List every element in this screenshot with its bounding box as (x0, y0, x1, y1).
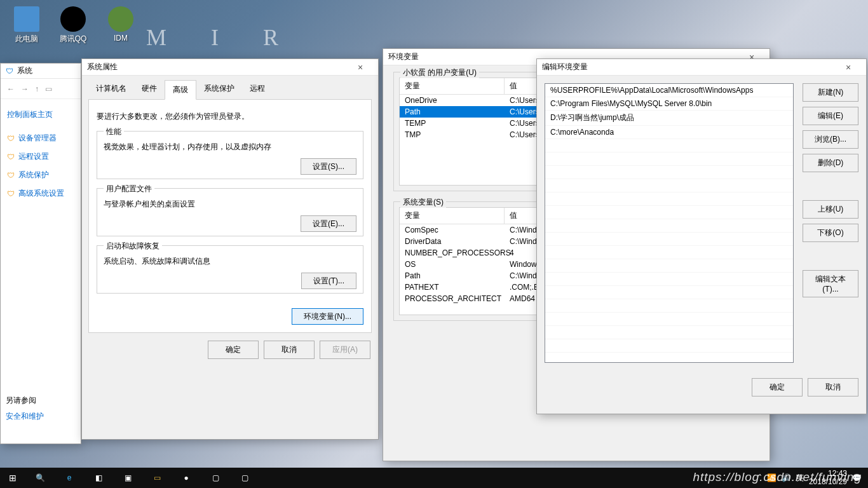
edit-environment-variable-window: 编辑环境变量× %USERPROFILE%\AppData\Local\Micr… (536, 58, 867, 414)
shield-icon: 🛡 (6, 67, 13, 76)
group-title: 用户配置文件 (104, 184, 154, 194)
list-item[interactable]: C:\more\Anaconda (545, 126, 793, 139)
profiles-settings-button[interactable]: 设置(E)... (301, 215, 356, 232)
shield-icon: 🛡 (7, 152, 15, 161)
control-panel-home-link[interactable]: 控制面板主页 (4, 105, 77, 124)
group-desc: 与登录帐户相关的桌面设置 (104, 199, 356, 210)
window-icon[interactable]: ▢ (201, 468, 230, 488)
new-button[interactable]: 新建(N) (803, 83, 858, 102)
environment-variables-button[interactable]: 环境变量(N)... (292, 308, 363, 325)
window-title: 系统 (17, 65, 76, 76)
edge-icon[interactable]: e (55, 468, 84, 488)
admin-notice: 要进行大多数更改，您必须作为管理员登录。 (97, 111, 363, 122)
list-item[interactable] (545, 179, 793, 193)
tab-computer-name[interactable]: 计算机名 (88, 79, 134, 99)
network-icon[interactable]: 📶 (767, 473, 776, 482)
chevron-up-icon[interactable]: ˄ (758, 473, 762, 482)
group-title: 系统变量(S) (400, 197, 446, 208)
ok-button[interactable]: 确定 (208, 341, 259, 359)
list-item[interactable] (545, 339, 793, 353)
close-icon[interactable]: × (348, 62, 373, 72)
group-title: 小软蛋 的用户变量(U) (400, 67, 479, 78)
browse-button[interactable]: 浏览(B)... (803, 130, 858, 149)
forward-button[interactable]: → (21, 85, 29, 93)
folder-icon: ▭ (45, 85, 52, 93)
edit-button[interactable]: 编辑(E) (803, 107, 858, 125)
col-variable[interactable]: 变量 (400, 78, 505, 94)
back-button[interactable]: ← (7, 85, 15, 93)
path-entries-list[interactable]: %USERPROFILE%\AppData\Local\Microsoft\Wi… (545, 83, 794, 363)
list-item[interactable] (545, 286, 793, 299)
list-item[interactable] (545, 299, 793, 313)
up-button[interactable]: ↑ (35, 85, 39, 93)
list-item[interactable] (545, 206, 793, 219)
clock[interactable]: 12:432018/10/29 (809, 470, 847, 486)
close-icon[interactable]: × (836, 62, 861, 72)
window-title: 编辑环境变量 (542, 62, 836, 72)
desktop-icon-this-pc[interactable]: 此电脑 (8, 6, 46, 44)
tab-remote[interactable]: 远程 (242, 79, 273, 99)
device-manager-link[interactable]: 🛡设备管理器 (4, 129, 77, 147)
group-title: 启动和故障恢复 (104, 241, 162, 252)
col-variable[interactable]: 变量 (400, 208, 505, 224)
list-item[interactable] (545, 313, 793, 326)
wallpaper-text: MIR (146, 24, 323, 51)
remote-settings-link[interactable]: 🛡远程设置 (4, 147, 77, 166)
list-item[interactable] (545, 259, 793, 273)
desktop-icon-idm[interactable]: IDM (102, 6, 140, 43)
ime-indicator[interactable]: 英 (796, 473, 804, 484)
file-explorer-icon[interactable]: ▭ (142, 468, 172, 488)
window-title: 系统属性 (87, 62, 348, 72)
list-item[interactable] (545, 273, 793, 286)
move-up-button[interactable]: 上移(U) (803, 200, 858, 219)
taskbar: ⊞ 🔍 e ◧ ▣ ▭ ● ▢ ▢ ˄ 📶 🔊 英 12:432018/10/2… (0, 468, 868, 488)
list-item[interactable]: C:\Program Files\MySQL\MySQL Server 8.0\… (545, 97, 793, 111)
group-title: 性能 (104, 126, 124, 137)
search-icon[interactable]: 🔍 (25, 468, 55, 488)
notifications-icon[interactable]: 💬 (852, 473, 862, 482)
nav-toolbar: ← → ↑ ▭ (1, 79, 81, 99)
terminal-icon[interactable]: ▣ (113, 468, 142, 488)
tab-hardware[interactable]: 硬件 (134, 79, 165, 99)
tab-advanced[interactable]: 高级 (165, 80, 196, 100)
desktop-icon-qq[interactable]: 腾讯QQ (54, 6, 92, 44)
list-item[interactable]: %USERPROFILE%\AppData\Local\Microsoft\Wi… (545, 84, 793, 97)
list-item[interactable] (545, 246, 793, 259)
ok-button[interactable]: 确定 (752, 378, 803, 396)
performance-group: 性能 视觉效果，处理器计划，内存使用，以及虚拟内存 设置(S)... (97, 131, 363, 179)
list-item[interactable]: D:\学习啊当然\jump\成品 (545, 111, 793, 126)
list-item[interactable] (545, 166, 793, 179)
volume-icon[interactable]: 🔊 (782, 473, 791, 482)
group-desc: 视觉效果，处理器计划，内存使用，以及虚拟内存 (104, 142, 356, 152)
edit-text-button[interactable]: 编辑文本(T)... (803, 270, 858, 297)
advanced-system-settings-link[interactable]: 🛡高级系统设置 (4, 184, 77, 203)
startup-recovery-group: 启动和故障恢复 系统启动、系统故障和调试信息 设置(T)... (97, 245, 363, 294)
list-item[interactable] (545, 193, 793, 206)
pycharm-icon[interactable]: ◧ (84, 468, 113, 488)
cancel-button[interactable]: 取消 (808, 378, 858, 396)
shield-icon: 🛡 (7, 134, 15, 143)
window-icon[interactable]: ▢ (230, 468, 259, 488)
delete-button[interactable]: 删除(D) (803, 154, 858, 172)
cancel-button[interactable]: 取消 (264, 341, 315, 359)
system-properties-window: 系统属性× 计算机名 硬件 高级 系统保护 远程 要进行大多数更改，您必须作为管… (81, 58, 379, 440)
shield-icon: 🛡 (7, 171, 15, 180)
list-item[interactable] (545, 233, 793, 246)
startup-settings-button[interactable]: 设置(T)... (301, 273, 356, 289)
see-also-label: 另请参阅 (4, 393, 45, 409)
list-item[interactable] (545, 326, 793, 339)
list-item[interactable] (545, 152, 793, 166)
system-protection-link[interactable]: 🛡系统保护 (4, 166, 77, 184)
performance-settings-button[interactable]: 设置(S)... (301, 158, 356, 175)
start-button[interactable]: ⊞ (0, 473, 25, 483)
list-item[interactable] (545, 219, 793, 233)
system-control-panel-window: 🛡系统 ← → ↑ ▭ 控制面板主页 🛡设备管理器 🛡远程设置 🛡系统保护 🛡高… (0, 63, 81, 444)
tab-system-protection[interactable]: 系统保护 (196, 79, 242, 99)
apply-button[interactable]: 应用(A) (320, 341, 370, 359)
app-icon[interactable]: ● (172, 468, 201, 488)
security-maintenance-link[interactable]: 安全和维护 (4, 409, 45, 424)
list-item[interactable] (545, 139, 793, 152)
move-down-button[interactable]: 下移(O) (803, 224, 858, 242)
shield-icon: 🛡 (7, 189, 15, 198)
system-tray[interactable]: ˄ 📶 🔊 英 12:432018/10/29 💬 (752, 470, 868, 486)
